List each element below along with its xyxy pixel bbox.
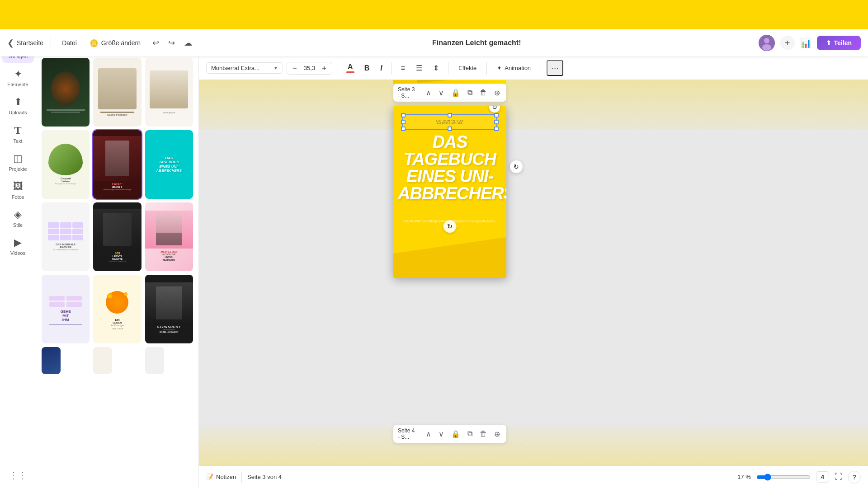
template-item[interactable] <box>93 347 112 374</box>
handle-bl[interactable] <box>401 127 406 131</box>
template-item[interactable] <box>42 347 61 374</box>
template-grid: Sacha Polisson lorem ipsum GesundLeben R… <box>36 54 198 378</box>
handle-br[interactable] <box>494 127 499 131</box>
page-collapse-down[interactable]: ∨ <box>437 88 446 98</box>
fullscreen-button[interactable]: ⛶ <box>835 472 843 482</box>
page4-delete[interactable]: 🗑 <box>478 429 489 439</box>
more-options-button[interactable]: ··· <box>547 60 563 76</box>
template-item[interactable]: lorem ipsum <box>145 58 193 127</box>
page4-add[interactable]: ⊕ <box>492 429 502 439</box>
template-item[interactable]: FATAL: BUCH 1 Drachenjäger mittels Paläo… <box>93 130 141 199</box>
align-button[interactable]: ≡ <box>397 62 409 74</box>
share-button[interactable]: ⬆ Teilen <box>817 36 861 50</box>
handle-tm[interactable] <box>448 113 452 117</box>
help-button[interactable]: ? <box>848 471 861 483</box>
share-icon: ⬆ <box>826 39 831 47</box>
file-menu[interactable]: Datei <box>58 38 80 48</box>
undo-button[interactable]: ↩ <box>150 36 162 50</box>
font-size-control: − 35,3 + <box>287 62 332 75</box>
text-icon: T <box>14 124 21 136</box>
handle-bm[interactable] <box>448 127 452 131</box>
page4-lock[interactable]: 🔒 <box>449 429 462 439</box>
template-item[interactable]: Sacha Polisson <box>93 58 141 127</box>
italic-button[interactable]: I <box>377 62 386 74</box>
template-item[interactable]: MEIN LEBEN ALS ONLINE UNTER-NEHMERIN <box>145 202 193 271</box>
pattern-icon: ⋮⋮ <box>9 470 27 480</box>
size-label[interactable]: Größe ändern <box>101 39 141 47</box>
template-item[interactable] <box>42 58 90 127</box>
notes-button[interactable]: 📝 Notizen <box>206 474 236 480</box>
page-add-after[interactable]: ⊕ <box>492 88 502 98</box>
uploads-icon: ⬆ <box>14 96 22 108</box>
template-item[interactable]: GesundLeben Rezepte von Tanja Berger <box>42 130 90 199</box>
handle-tr[interactable] <box>494 113 499 117</box>
page4-collapse[interactable]: ∨ <box>437 429 446 439</box>
template-item[interactable]: 365 LEICHTEREZEPTE SUESS KOCHBUCH <box>93 202 141 271</box>
animation-label: Animation <box>505 65 531 71</box>
handle-mr[interactable] <box>494 120 499 124</box>
add-account-button[interactable]: + <box>780 36 795 50</box>
book-title-area[interactable]: DAS TAGEBUCH EINES UNI- ABBRECHERS <box>398 133 502 202</box>
template-item[interactable]: GEHEMITIHM <box>42 275 90 343</box>
size-change-button[interactable]: 🪙 Größe ändern <box>86 37 144 49</box>
toolbar-divider-1 <box>338 62 338 75</box>
sidebar: ⊞ Vorlagen ✦ Elemente ⬆ Uploads T Text ◫… <box>0 29 36 488</box>
zoom-level: 17 % <box>737 474 751 480</box>
list-button[interactable]: ☰ <box>412 62 426 74</box>
font-dropdown-arrow: ▼ <box>274 66 278 70</box>
page-expand-up[interactable]: ∧ <box>424 88 433 98</box>
resize-text-button[interactable]: ⇕ <box>429 62 443 74</box>
font-size-value[interactable]: 35,3 <box>301 65 317 71</box>
cloud-save-button[interactable]: ☁ <box>181 36 195 50</box>
page-lock[interactable]: 🔒 <box>449 88 462 98</box>
refresh-page-button[interactable]: ↻ <box>443 220 456 233</box>
template-item[interactable]: DER MINIMALEBÄCKER GLUTENFREIES KOCHBUCH <box>42 202 90 271</box>
back-button[interactable]: ❮ Startseite <box>7 38 43 48</box>
font-selector[interactable]: Montserrat Extra... ▼ <box>206 62 283 74</box>
refresh-side-button[interactable]: ↻ <box>510 160 523 173</box>
sidebar-label-videos: Videos <box>10 250 25 256</box>
sidebar-item-videos[interactable]: ▶ Videos <box>2 233 34 259</box>
sidebar-item-stile[interactable]: ◈ Stile <box>2 205 34 231</box>
book-page[interactable]: ↻ EIN ROMAN VON MARCOS MILLER DAS TAGEBU… <box>393 106 506 278</box>
avatar[interactable] <box>759 35 775 51</box>
sidebar-pattern-btn[interactable]: ⋮⋮ <box>9 470 27 481</box>
sidebar-item-uploads[interactable]: ⬆ Uploads <box>2 93 34 119</box>
handle-tl[interactable] <box>401 113 406 117</box>
sidebar-item-text[interactable]: T Text <box>2 121 34 147</box>
template-item[interactable]: SEHNSUCHT Ein Roman von ESTELLE DARCY <box>145 275 193 343</box>
sidebar-label-fotos: Fotos <box>12 194 24 200</box>
back-label[interactable]: Startseite <box>17 39 43 47</box>
author-text-element[interactable]: ↻ EIN ROMAN VON MARCOS MILLER <box>402 114 497 130</box>
template-item[interactable]: EINLEBENin Orange GAYA KUNDA <box>93 275 141 343</box>
font-size-increase[interactable]: + <box>320 64 328 72</box>
notes-icon: 📝 <box>206 474 213 480</box>
page4-duplicate[interactable]: ⧉ <box>466 429 474 439</box>
sidebar-label-uploads: Uploads <box>9 110 27 115</box>
book-stripe <box>393 237 506 278</box>
animation-icon: ✦ <box>497 65 502 71</box>
template-item[interactable]: DASTAGEBUCHEINES UNI-ABBRECHERS <box>145 130 193 199</box>
bold-button[interactable]: B <box>361 62 373 74</box>
page-delete[interactable]: 🗑 <box>478 88 489 98</box>
book-title: DAS TAGEBUCH EINES UNI- ABBRECHERS <box>398 133 502 202</box>
sidebar-item-elemente[interactable]: ✦ Elemente <box>2 65 34 91</box>
grid-view-button[interactable]: 4 <box>816 471 829 483</box>
canvas-area: Seite 3 - S... ∧ ∨ 🔒 ⧉ 🗑 ⊕ <box>199 56 868 470</box>
rotate-handle[interactable]: ↻ <box>489 106 500 113</box>
font-size-decrease[interactable]: − <box>291 64 298 72</box>
header-left: ❮ Startseite Datei 🪙 Größe ändern <box>7 37 144 49</box>
animation-button[interactable]: ✦ Animation <box>492 63 535 73</box>
page4-expand[interactable]: ∧ <box>424 429 433 439</box>
effects-button[interactable]: Effekte <box>454 63 481 73</box>
text-color-button[interactable]: A <box>344 61 357 75</box>
page-duplicate[interactable]: ⧉ <box>466 88 474 98</box>
handle-ml[interactable] <box>401 120 406 124</box>
template-item[interactable] <box>145 347 164 374</box>
zoom-slider[interactable] <box>756 474 811 481</box>
text-color-icon: A <box>348 63 353 71</box>
redo-button[interactable]: ↪ <box>165 36 178 50</box>
analytics-button[interactable]: 📊 <box>800 38 811 48</box>
sidebar-item-projekte[interactable]: ◫ Projekte <box>2 149 34 175</box>
sidebar-item-fotos[interactable]: 🖼 Fotos <box>2 177 34 203</box>
